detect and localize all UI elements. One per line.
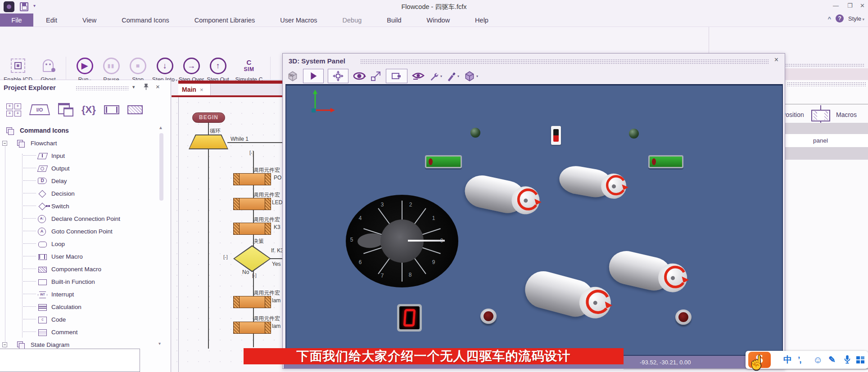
- wrench-tool-button[interactable]: ▾: [429, 69, 442, 83]
- list-row[interactable]: [785, 147, 868, 160]
- collapse-marker[interactable]: [-]: [223, 254, 228, 260]
- seven-segment-display[interactable]: [397, 304, 422, 332]
- pause-button[interactable]: ▮▮ Pause: [97, 56, 126, 83]
- dc-motor[interactable]: [556, 160, 631, 210]
- minimize-button[interactable]: —: [833, 2, 839, 9]
- icon-grid-button[interactable]: [6, 103, 21, 117]
- flow-macro-node[interactable]: [233, 173, 271, 185]
- green-led-bar[interactable]: [648, 155, 683, 168]
- panel-menu-icon[interactable]: ▾: [132, 84, 135, 90]
- macros-label[interactable]: Macros: [836, 111, 857, 118]
- maximize-button[interactable]: ❐: [847, 2, 853, 9]
- pin-icon[interactable]: [143, 83, 149, 92]
- paint-tool-button[interactable]: ▾: [446, 69, 459, 83]
- scrollbar-thumb[interactable]: [159, 133, 163, 201]
- enable-icd-button[interactable]: Enable ICD: [4, 56, 32, 83]
- menu-item-file[interactable]: File: [0, 13, 33, 27]
- panel-close-icon[interactable]: ×: [156, 83, 160, 90]
- tab-close-icon[interactable]: ×: [200, 86, 203, 93]
- flow-macro-node[interactable]: [233, 322, 271, 334]
- tree-item-comment[interactable]: Comment: [0, 326, 158, 338]
- tree-item-switch[interactable]: Switch: [0, 200, 158, 212]
- led-sphere[interactable]: [629, 129, 639, 139]
- tree-group-flowchart[interactable]: Flowchart: [0, 137, 158, 149]
- tree-item-built-in-function[interactable]: Built-in Function: [0, 275, 158, 288]
- rocker-switch[interactable]: [551, 126, 561, 145]
- step-out-button[interactable]: ↑ Step Out: [203, 56, 232, 83]
- flow-macro-node[interactable]: [233, 198, 271, 210]
- tree-root-command-icons[interactable]: Command Icons: [0, 124, 158, 137]
- punctuation-icon[interactable]: ’,: [798, 355, 801, 365]
- tree-item-calculation[interactable]: Calculation: [0, 300, 158, 313]
- user-macro-icon-button[interactable]: [104, 105, 119, 114]
- tree-item-user-macro[interactable]: User Macro: [0, 250, 158, 263]
- scroll-up-icon[interactable]: ▲: [158, 125, 163, 130]
- flow-macro-node[interactable]: [233, 296, 271, 308]
- menu-item-help[interactable]: Help: [462, 13, 501, 27]
- resize-tool-button[interactable]: [370, 69, 382, 83]
- menu-item-build[interactable]: Build: [374, 13, 414, 27]
- green-led-bar[interactable]: [425, 155, 462, 168]
- windows-icon-button[interactable]: [58, 103, 73, 117]
- list-row[interactable]: panel: [785, 134, 868, 147]
- menu-item-component-libraries[interactable]: Component Libraries: [182, 13, 268, 27]
- tree-item-decision[interactable]: Decision: [0, 187, 158, 200]
- collapse-ribbon-icon[interactable]: ^: [827, 15, 831, 22]
- microphone-icon[interactable]: [842, 354, 853, 368]
- panel-drag-texture[interactable]: [360, 59, 769, 64]
- pan-tool-button[interactable]: [328, 69, 348, 83]
- tab-main[interactable]: Main ×: [178, 84, 211, 95]
- 3d-viewport[interactable]: 0123456789: [285, 84, 783, 356]
- emoji-icon[interactable]: ☺: [813, 355, 823, 365]
- collapse-marker[interactable]: [-]: [252, 273, 257, 278]
- help-icon[interactable]: ?: [836, 14, 844, 22]
- rotary-switch-dial[interactable]: 0123456789: [346, 195, 458, 287]
- tree-item-input[interactable]: Input: [0, 149, 158, 162]
- step-into-button[interactable]: ↓ Step Into: [150, 56, 179, 83]
- flow-loop-node[interactable]: [190, 135, 227, 148]
- close-button[interactable]: ✕: [860, 2, 865, 9]
- tree-item-declare-connection-point[interactable]: Declare Connection Point: [0, 212, 158, 225]
- run-button[interactable]: ▶ Run: [70, 56, 99, 83]
- flow-macro-node[interactable]: [233, 223, 271, 235]
- bounds-tool-button[interactable]: [386, 69, 407, 83]
- tree-item-component-macro[interactable]: Component Macro: [0, 263, 158, 275]
- style-dropdown[interactable]: Style: [848, 15, 864, 22]
- menu-item-window[interactable]: Window: [414, 13, 463, 27]
- potentiometer[interactable]: [480, 309, 497, 324]
- scroll-down-icon[interactable]: ▾: [158, 341, 161, 346]
- tree-item-delay[interactable]: Delay: [0, 175, 158, 187]
- rotate-tool-button[interactable]: [353, 69, 366, 83]
- led-sphere[interactable]: [470, 128, 480, 138]
- menu-item-debug[interactable]: Debug: [330, 13, 375, 27]
- chinese-mode-icon[interactable]: 中: [783, 355, 792, 365]
- collapse-box-icon[interactable]: [2, 141, 7, 146]
- 3d-panel-close-icon[interactable]: ×: [774, 56, 778, 64]
- tree-item-code[interactable]: Code: [0, 313, 158, 326]
- menu-item-edit[interactable]: Edit: [33, 13, 70, 27]
- collapse-marker[interactable]: [-]: [249, 150, 254, 155]
- shape-cube-button[interactable]: ▾: [463, 69, 478, 83]
- tree-item-loop[interactable]: Loop: [0, 238, 158, 250]
- dc-motor[interactable]: [461, 168, 547, 226]
- keyboard-grid-icon[interactable]: [856, 356, 864, 363]
- variables-icon-button[interactable]: {X}: [81, 104, 96, 116]
- list-row[interactable]: [785, 123, 868, 134]
- tree-item-goto-connection-point[interactable]: Goto Connection Point: [0, 225, 158, 238]
- tree-item-output[interactable]: Output: [0, 162, 158, 175]
- potentiometer[interactable]: [675, 309, 692, 325]
- dc-motor[interactable]: [519, 261, 621, 333]
- menu-item-user-macros[interactable]: User Macros: [267, 13, 330, 27]
- select-tool-button[interactable]: [303, 69, 324, 83]
- menu-item-view[interactable]: View: [70, 13, 109, 27]
- handwriting-icon[interactable]: ✎: [828, 355, 836, 365]
- flow-begin-node[interactable]: BEGIN: [192, 112, 225, 123]
- io-icon-button[interactable]: I/O: [29, 104, 50, 115]
- menu-item-command-icons[interactable]: Command Icons: [109, 13, 182, 27]
- step-over-button[interactable]: → Step Over: [177, 56, 206, 83]
- stop-button[interactable]: ■ Stop: [123, 56, 152, 83]
- panel-drag-texture[interactable]: [76, 86, 129, 90]
- tree-item-interrupt[interactable]: Interrupt: [0, 288, 158, 300]
- collapse-box-icon[interactable]: [2, 342, 7, 347]
- visibility-eye-icon[interactable]: [411, 69, 425, 83]
